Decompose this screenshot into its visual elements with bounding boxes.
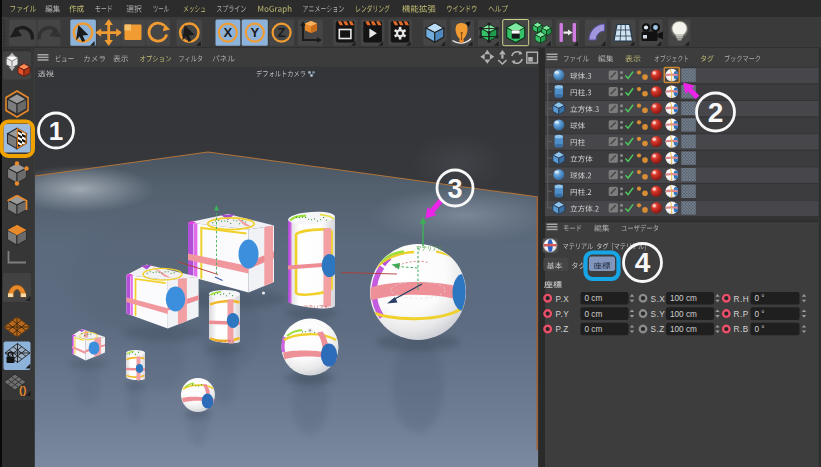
svg-text:100 cm: 100 cm	[670, 294, 697, 303]
svg-text:1: 1	[49, 116, 63, 146]
svg-text:P.Z: P.Z	[556, 325, 569, 334]
svg-text:Y: Y	[250, 25, 259, 40]
svg-text:0 cm: 0 cm	[585, 294, 603, 303]
svg-text:100 cm: 100 cm	[670, 325, 697, 334]
svg-text:S.X: S.X	[651, 295, 666, 304]
svg-text:Z: Z	[278, 25, 286, 40]
svg-text:100 cm: 100 cm	[670, 310, 697, 319]
svg-text:R.P: R.P	[734, 310, 749, 319]
svg-text:S.Y: S.Y	[651, 310, 666, 319]
svg-text:S.Z: S.Z	[651, 325, 665, 334]
svg-text:0 °: 0 °	[755, 325, 765, 334]
svg-text:P.Y: P.Y	[556, 310, 570, 319]
svg-text:4: 4	[635, 247, 651, 278]
svg-text:X: X	[224, 25, 233, 40]
svg-text:P.X: P.X	[556, 295, 570, 304]
svg-text:0 cm: 0 cm	[585, 325, 603, 334]
svg-text:3: 3	[447, 174, 462, 204]
svg-text:2: 2	[708, 97, 724, 128]
svg-text:0 °: 0 °	[755, 294, 765, 303]
svg-text:R.H: R.H	[734, 295, 750, 304]
svg-text:0 °: 0 °	[755, 310, 765, 319]
svg-text:(): ()	[19, 384, 27, 396]
svg-text:R.B: R.B	[734, 325, 749, 334]
svg-text:0 cm: 0 cm	[585, 310, 603, 319]
